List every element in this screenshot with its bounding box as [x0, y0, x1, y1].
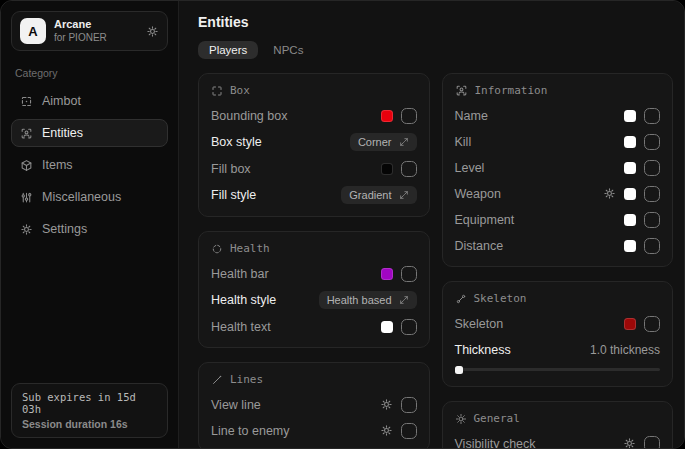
checkbox[interactable]: [644, 160, 660, 176]
panel-title: General: [474, 412, 520, 425]
checkbox[interactable]: [644, 238, 660, 254]
panel-general: GeneralVisibility checkMax distance500m: [442, 401, 674, 448]
row-label: Weapon: [455, 187, 501, 201]
checkbox[interactable]: [644, 212, 660, 228]
tab-bar: PlayersNPCs: [198, 41, 673, 59]
row-weapon: Weapon: [455, 185, 661, 202]
panel-health: HealthHealth barHealth styleHealth based…: [198, 231, 430, 348]
session-duration-text: Session duration 16s: [22, 418, 157, 430]
color-swatch[interactable]: [624, 318, 636, 330]
checkbox[interactable]: [401, 108, 417, 124]
sidebar-item-entities[interactable]: Entities: [11, 119, 168, 147]
row-label: Name: [455, 109, 488, 123]
row-box-style: Box styleCorner: [211, 133, 417, 151]
slider[interactable]: [455, 365, 661, 374]
color-swatch[interactable]: [624, 136, 636, 148]
panel-title: Box: [230, 84, 250, 97]
checkbox[interactable]: [401, 161, 417, 177]
slider-track: [455, 368, 661, 371]
panel-header: Skeleton: [455, 292, 661, 305]
row-controls: [624, 160, 660, 176]
color-swatch[interactable]: [381, 110, 393, 122]
row-kill: Kill: [455, 133, 661, 150]
gear-icon[interactable]: [146, 25, 159, 38]
row-health-bar: Health bar: [211, 265, 417, 282]
gear-icon[interactable]: [380, 424, 393, 437]
dropdown-health-style[interactable]: Health based: [319, 291, 417, 309]
color-swatch[interactable]: [381, 268, 393, 280]
checkbox[interactable]: [644, 108, 660, 124]
sidebar-item-items[interactable]: Items: [11, 151, 168, 179]
color-swatch[interactable]: [624, 110, 636, 122]
row-label: View line: [211, 398, 261, 412]
color-swatch[interactable]: [381, 163, 393, 175]
sidebar-item-label: Items: [42, 158, 73, 172]
sub-expires-text: Sub expires in 15d 03h: [22, 391, 157, 415]
slider-handle[interactable]: [455, 366, 463, 374]
checkbox[interactable]: [401, 423, 417, 439]
row-label: Visibility check: [455, 437, 536, 449]
gear-icon[interactable]: [603, 187, 616, 200]
expand-icon: [399, 190, 409, 200]
row-view-line: View line: [211, 396, 417, 413]
row-visibility-check: Visibility check: [455, 435, 661, 448]
row-label: Fill style: [211, 188, 256, 202]
checkbox[interactable]: [644, 134, 660, 150]
row-controls: [381, 108, 417, 124]
sidebar-item-settings[interactable]: Settings: [11, 215, 168, 243]
row-controls: Gradient: [341, 186, 416, 204]
color-swatch[interactable]: [381, 321, 393, 333]
row-label: Level: [455, 161, 485, 175]
gear-icon[interactable]: [380, 398, 393, 411]
sidebar-item-miscellaneous[interactable]: Miscellaneous: [11, 183, 168, 211]
row-fill-style: Fill styleGradient: [211, 186, 417, 204]
person-scan-icon: [20, 127, 33, 140]
checkbox[interactable]: [644, 186, 660, 202]
brand-subtitle: for PIONER: [54, 32, 138, 45]
row-label: Health text: [211, 320, 271, 334]
checkbox[interactable]: [401, 319, 417, 335]
dropdown-box-style[interactable]: Corner: [350, 133, 417, 151]
row-controls: [623, 436, 660, 449]
row-controls: [624, 212, 660, 228]
tab-players[interactable]: Players: [198, 41, 258, 59]
gear-icon[interactable]: [623, 437, 636, 448]
row-equipment: Equipment: [455, 211, 661, 228]
tab-npcs[interactable]: NPCs: [262, 41, 314, 59]
checkbox[interactable]: [401, 397, 417, 413]
row-thickness: Thickness1.0 thickness: [455, 341, 661, 358]
row-label: Bounding box: [211, 109, 287, 123]
panel-title: Lines: [230, 373, 263, 386]
panel-box: BoxBounding boxBox styleCornerFill boxFi…: [198, 73, 430, 217]
page-title: Entities: [198, 14, 673, 30]
row-label: Equipment: [455, 213, 515, 227]
row-label: Health bar: [211, 267, 269, 281]
color-swatch[interactable]: [624, 188, 636, 200]
row-label: Thickness: [455, 343, 511, 357]
expand-icon: [399, 137, 409, 147]
panel-header: Health: [211, 242, 417, 255]
row-health-style: Health styleHealth based: [211, 291, 417, 309]
row-distance: Distance: [455, 237, 661, 254]
row-label: Skeleton: [455, 317, 504, 331]
panel-header: Box: [211, 84, 417, 97]
sidebar-item-aimbot[interactable]: Aimbot: [11, 87, 168, 115]
color-swatch[interactable]: [624, 240, 636, 252]
panel-skeleton: SkeletonSkeletonThickness1.0 thickness: [442, 281, 674, 387]
color-swatch[interactable]: [624, 214, 636, 226]
row-controls: [624, 316, 660, 332]
dropdown-fill-style[interactable]: Gradient: [341, 186, 416, 204]
panel-lines: LinesView lineLine to enemy: [198, 362, 430, 448]
row-label: Line to enemy: [211, 424, 290, 438]
dropdown-value: Gradient: [349, 189, 391, 201]
row-controls: [380, 397, 417, 413]
row-label: Distance: [455, 239, 504, 253]
checkbox[interactable]: [644, 436, 660, 449]
main-content: Entities PlayersNPCs BoxBounding boxBox …: [179, 1, 684, 448]
checkbox[interactable]: [644, 316, 660, 332]
checkbox[interactable]: [401, 266, 417, 282]
color-swatch[interactable]: [624, 162, 636, 174]
sidebar-nav: AimbotEntitiesItemsMiscellaneousSettings: [11, 87, 168, 383]
cube-icon: [20, 159, 33, 172]
sidebar: A Arcane for PIONER Category AimbotEntit…: [1, 1, 179, 448]
